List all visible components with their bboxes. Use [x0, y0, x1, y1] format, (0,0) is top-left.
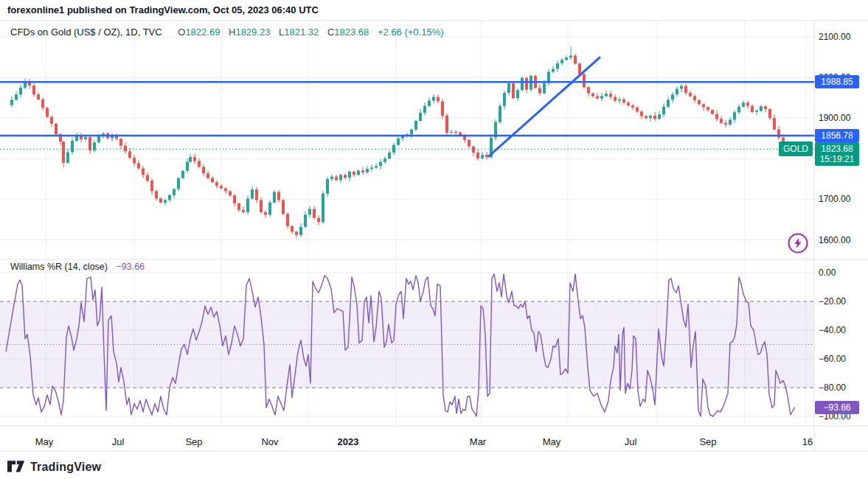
bar-countdown: 15:19:21 — [815, 154, 859, 164]
williams-r-value-badge: −93.66 — [815, 401, 859, 414]
close-value: 1823.68 — [334, 27, 369, 38]
last-price-value: 1823.68 — [815, 144, 859, 154]
support-price-badge: 1856.78 — [815, 129, 859, 142]
high-label: H — [229, 27, 235, 38]
resistance-price-badge: 1988.85 — [815, 75, 859, 88]
change-value: +2.66 (+0.15%) — [378, 27, 444, 38]
indicator-value: −93.66 — [116, 262, 145, 272]
symbol-price-label: GOLD — [779, 141, 813, 156]
symbol-title[interactable]: CFDs on Gold (US$ / OZ), 1D, TVC — [10, 27, 162, 38]
symbol-legend[interactable]: CFDs on Gold (US$ / OZ), 1D, TVC O1822.6… — [10, 27, 444, 38]
tradingview-chart-widget: forexonline1 published on TradingView.co… — [0, 0, 868, 479]
flash-icon[interactable] — [787, 232, 809, 254]
indicator-legend[interactable]: Williams %R (14, close) −93.66 — [10, 262, 145, 272]
publish-header: forexonline1 published on TradingView.co… — [7, 4, 319, 15]
low-value: 1821.32 — [284, 27, 319, 38]
close-label: C — [327, 27, 334, 38]
chart-canvas[interactable] — [0, 0, 868, 479]
indicator-title[interactable]: Williams %R (14, close) — [10, 262, 108, 272]
last-price-badge: 1823.68 15:19:21 — [815, 142, 859, 166]
high-value: 1829.23 — [235, 27, 270, 38]
open-value: 1822.69 — [185, 27, 220, 38]
open-label: O — [178, 27, 185, 38]
